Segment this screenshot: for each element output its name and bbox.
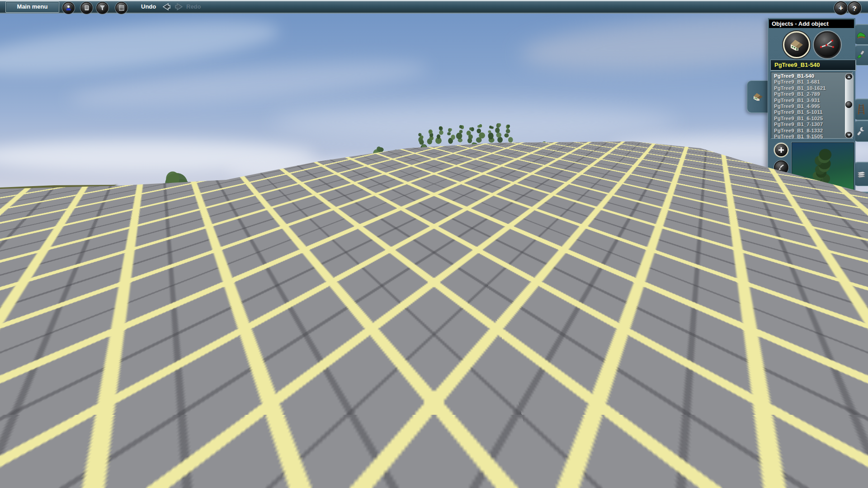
z-marker-label: Z bbox=[431, 214, 435, 222]
move-object-button[interactable] bbox=[774, 160, 788, 175]
house-icon bbox=[752, 92, 764, 102]
layers-icon bbox=[856, 169, 867, 179]
spline-junction-icon bbox=[820, 38, 835, 52]
tree bbox=[504, 146, 517, 177]
terrain-icon bbox=[856, 30, 866, 39]
object-list-item[interactable]: PgTree9_B1_4-995 bbox=[774, 103, 852, 109]
topology-tab[interactable] bbox=[854, 24, 868, 45]
object-list-item[interactable]: PgTree9_B1_2-789 bbox=[774, 91, 852, 97]
undo-label: Undo bbox=[141, 3, 156, 10]
object-list-item[interactable]: PgTree9_B1_1-681 bbox=[774, 79, 852, 85]
tree bbox=[486, 148, 498, 176]
pliers-icon bbox=[778, 202, 785, 210]
house-icon bbox=[789, 38, 804, 51]
object-list-item[interactable]: PgTree9_B1_5-1011 bbox=[774, 109, 852, 115]
objects-tab-handle[interactable] bbox=[747, 80, 769, 113]
tree bbox=[476, 124, 485, 146]
tree bbox=[405, 155, 415, 174]
object-list-item[interactable]: PgTree9_B1_7-1307 bbox=[774, 122, 852, 127]
tree bbox=[434, 152, 443, 175]
object-preview bbox=[792, 142, 854, 194]
scroll-up-button[interactable] bbox=[845, 74, 852, 80]
panel-title: Objects - Add object bbox=[769, 19, 854, 28]
panel-help-button[interactable]: ? bbox=[833, 198, 849, 214]
tree bbox=[448, 149, 458, 175]
tree bbox=[427, 130, 434, 146]
rotate-icon bbox=[778, 183, 785, 190]
rotate-object-button[interactable] bbox=[774, 179, 788, 193]
get-object-button[interactable] bbox=[774, 198, 789, 214]
tree bbox=[456, 125, 464, 146]
object-list-item[interactable]: PgTree9_B1-540 bbox=[774, 73, 852, 79]
scene-overlay: Z bbox=[0, 14, 868, 488]
undo-button[interactable] bbox=[160, 2, 171, 13]
tree bbox=[467, 142, 481, 178]
object-list-scrollbar[interactable] bbox=[844, 73, 854, 139]
up-arrow-icon bbox=[847, 75, 851, 78]
olive-hill bbox=[0, 185, 118, 216]
spline-mode-button[interactable] bbox=[814, 31, 841, 58]
3d-viewport[interactable]: Z bbox=[0, 14, 868, 488]
tree bbox=[49, 242, 75, 297]
main-menu-button[interactable]: Main menu bbox=[5, 1, 59, 13]
zoom-in-button[interactable]: + bbox=[834, 1, 848, 15]
object-list[interactable]: PgTree9_B1-540PgTree9_B1_1-681PgTree9_B1… bbox=[771, 72, 853, 139]
move-arrow-icon bbox=[778, 164, 785, 171]
wrench-icon bbox=[856, 126, 866, 136]
tree bbox=[371, 146, 383, 177]
funnel-icon[interactable] bbox=[96, 2, 108, 14]
tree bbox=[538, 141, 552, 178]
tree bbox=[97, 221, 130, 300]
train-wheel-icon bbox=[856, 198, 867, 209]
tree bbox=[618, 173, 650, 306]
tree bbox=[150, 171, 199, 298]
delete-object-button[interactable] bbox=[792, 198, 808, 214]
tree bbox=[416, 144, 429, 177]
tree bbox=[396, 205, 425, 304]
redo-label: Redo bbox=[186, 3, 201, 10]
redo-button[interactable] bbox=[174, 2, 185, 13]
tree bbox=[538, 176, 566, 304]
person-icon[interactable] bbox=[62, 2, 75, 14]
track-icon bbox=[857, 104, 865, 115]
tree bbox=[505, 125, 513, 145]
tree bbox=[519, 144, 533, 177]
tree bbox=[447, 128, 455, 145]
delete-x-icon bbox=[796, 202, 804, 210]
add-object-button[interactable] bbox=[774, 143, 788, 157]
object-list-item[interactable]: PgTree9_B1_8-1332 bbox=[774, 128, 852, 134]
tree bbox=[488, 126, 495, 145]
tree bbox=[223, 221, 247, 300]
object-mode-button[interactable] bbox=[783, 31, 810, 58]
tree bbox=[388, 150, 400, 175]
selected-object-field[interactable]: PgTree9_B1-540 bbox=[771, 60, 856, 70]
tree bbox=[334, 216, 363, 306]
tools-tab[interactable] bbox=[854, 120, 868, 142]
tree bbox=[418, 133, 424, 145]
grid-icon[interactable] bbox=[115, 2, 127, 14]
layers-tab[interactable] bbox=[854, 162, 868, 186]
adjust-height-button[interactable] bbox=[812, 198, 828, 214]
tree bbox=[495, 123, 503, 146]
object-list-item[interactable]: PgTree9_B1_3-931 bbox=[774, 98, 852, 103]
plus-icon bbox=[778, 147, 784, 153]
tree bbox=[460, 200, 490, 303]
scroll-thumb[interactable] bbox=[845, 101, 852, 108]
scroll-down-button[interactable] bbox=[845, 132, 852, 138]
track-tab[interactable] bbox=[854, 99, 868, 120]
objects-panel: Objects - Add object PgTree9_B1-540 PgTr… bbox=[768, 18, 855, 220]
notepad-icon[interactable] bbox=[80, 2, 93, 14]
trains-tab[interactable] bbox=[854, 192, 868, 216]
down-arrow-icon bbox=[847, 134, 851, 136]
object-list-item[interactable]: PgTree9_B1_6-1025 bbox=[774, 116, 852, 122]
tree bbox=[128, 240, 151, 300]
top-toolbar: Main menu Undo Redo + ? bbox=[0, 0, 868, 14]
object-list-item[interactable]: PgTree9_B1_10-1621 bbox=[774, 85, 852, 91]
paintbrush-icon bbox=[856, 50, 866, 60]
tree bbox=[77, 248, 101, 297]
tree bbox=[435, 127, 443, 146]
preview-tree bbox=[813, 149, 831, 188]
tree bbox=[276, 214, 301, 304]
object-list-item[interactable]: PgTree9_B1_9-1505 bbox=[774, 134, 852, 139]
help-button[interactable]: ? bbox=[848, 1, 861, 15]
